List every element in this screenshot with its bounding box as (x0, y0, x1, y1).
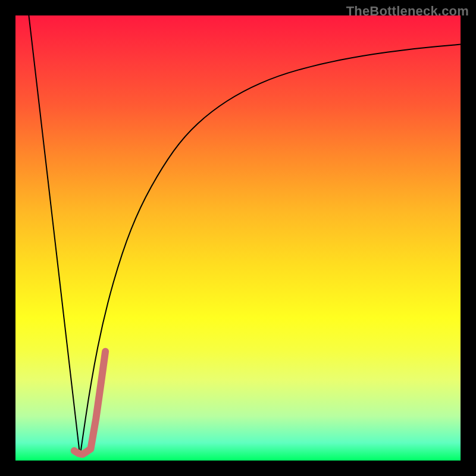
chart-frame: TheBottleneck.com (0, 0, 476, 476)
series-saturating-curve (80, 45, 461, 456)
curve-layer (29, 15, 461, 456)
curves-svg (15, 15, 461, 461)
series-descending-line (29, 15, 80, 456)
series-pink-j-segment (74, 352, 105, 455)
plot-area (15, 15, 461, 461)
